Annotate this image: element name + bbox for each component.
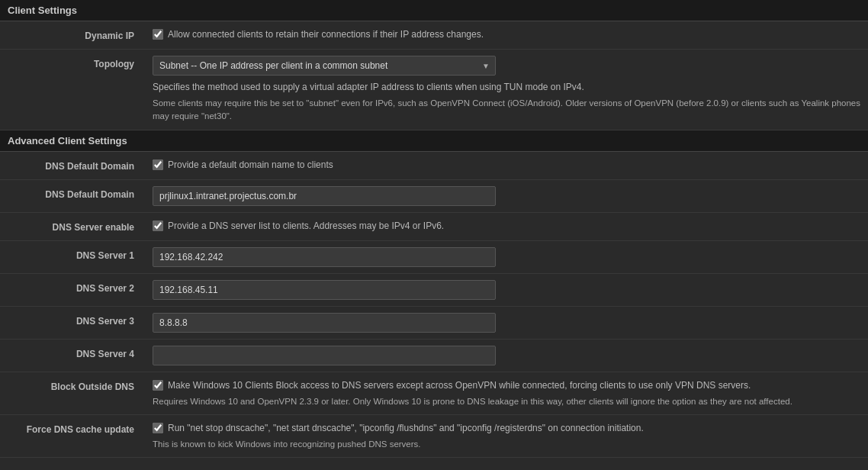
topology-description: Specifies the method used to supply a vi… bbox=[153, 80, 860, 94]
dns-server-2-row: DNS Server 2 bbox=[0, 273, 868, 306]
dynamic-ip-row: Dynamic IP Allow connected clients to re… bbox=[0, 21, 868, 50]
dns-default-domain-enable-row-inner: Provide a default domain name to clients bbox=[153, 158, 860, 172]
dns-server-enable-label: DNS Server enable bbox=[0, 212, 145, 240]
dns-server-4-label: DNS Server 4 bbox=[0, 339, 145, 372]
dns-default-domain-enable-checkbox[interactable] bbox=[153, 159, 163, 170]
dns-server-2-input[interactable] bbox=[153, 280, 496, 300]
block-outside-dns-row: Block Outside DNS Make Windows 10 Client… bbox=[0, 372, 868, 414]
block-outside-dns-checkbox[interactable] bbox=[153, 380, 163, 391]
dns-server-enable-description: Provide a DNS server list to clients. Ad… bbox=[168, 219, 444, 233]
block-outside-dns-sub-description: Requires Windows 10 and OpenVPN 2.3.9 or… bbox=[153, 395, 860, 408]
dns-default-domain-value-cell bbox=[145, 179, 868, 212]
dns-server-4-row: DNS Server 4 bbox=[0, 339, 868, 372]
dynamic-ip-value-cell: Allow connected clients to retain their … bbox=[145, 21, 868, 50]
dns-server-3-label: DNS Server 3 bbox=[0, 306, 145, 339]
dns-default-domain-enable-cell: Provide a default domain name to clients bbox=[145, 152, 868, 180]
dns-server-1-cell bbox=[145, 240, 868, 273]
advanced-settings-title: Advanced Client Settings bbox=[8, 135, 127, 146]
dns-server-4-cell bbox=[145, 339, 868, 372]
advanced-settings-header: Advanced Client Settings bbox=[0, 130, 868, 152]
force-dns-cache-update-row-inner: Run "net stop dnscache", "net start dnsc… bbox=[153, 421, 860, 435]
advanced-client-settings-section: Advanced Client Settings DNS Default Dom… bbox=[0, 130, 868, 459]
dns-default-domain-enable-label: DNS Default Domain bbox=[0, 152, 145, 180]
dns-server-enable-row-inner: Provide a DNS server list to clients. Ad… bbox=[153, 219, 860, 233]
dns-server-3-cell bbox=[145, 306, 868, 339]
dynamic-ip-label: Dynamic IP bbox=[0, 21, 145, 50]
topology-label: Topology bbox=[0, 50, 145, 130]
dns-server-enable-checkbox[interactable] bbox=[153, 221, 163, 231]
dns-default-domain-enable-row: DNS Default Domain Provide a default dom… bbox=[0, 152, 868, 180]
force-dns-cache-update-row: Force DNS cache update Run "net stop dns… bbox=[0, 414, 868, 457]
topology-select-wrapper: Subnet -- One IP address per client in a… bbox=[153, 56, 496, 76]
topology-sub-description: Some clients may require this be set to … bbox=[153, 97, 860, 124]
dns-default-domain-enable-description: Provide a default domain name to clients bbox=[168, 158, 333, 172]
client-settings-header: Client Settings bbox=[0, 0, 868, 21]
dns-server-3-row: DNS Server 3 bbox=[0, 306, 868, 339]
dns-server-enable-cell: Provide a DNS server list to clients. Ad… bbox=[145, 212, 868, 240]
block-outside-dns-row-inner: Make Windows 10 Clients Block access to … bbox=[153, 378, 860, 392]
client-settings-title: Client Settings bbox=[8, 5, 77, 16]
advanced-settings-table: DNS Default Domain Provide a default dom… bbox=[0, 152, 868, 459]
dns-default-domain-value-row: DNS Default Domain bbox=[0, 179, 868, 212]
force-dns-cache-update-description: Run "net stop dnscache", "net start dnsc… bbox=[168, 421, 644, 435]
dns-server-1-label: DNS Server 1 bbox=[0, 240, 145, 273]
dynamic-ip-checkbox-row: Allow connected clients to retain their … bbox=[153, 27, 860, 41]
dynamic-ip-checkbox[interactable] bbox=[153, 29, 163, 40]
dns-server-4-input[interactable] bbox=[153, 346, 496, 365]
force-dns-cache-update-checkbox[interactable] bbox=[153, 423, 163, 433]
dns-server-2-label: DNS Server 2 bbox=[0, 273, 145, 306]
dynamic-ip-description: Allow connected clients to retain their … bbox=[168, 27, 484, 41]
topology-select[interactable]: Subnet -- One IP address per client in a… bbox=[153, 56, 496, 76]
topology-value-cell: Subnet -- One IP address per client in a… bbox=[145, 50, 868, 130]
dns-server-3-input[interactable] bbox=[153, 313, 496, 333]
dns-server-2-cell bbox=[145, 273, 868, 306]
dns-server-1-row: DNS Server 1 bbox=[0, 240, 868, 273]
force-dns-cache-update-cell: Run "net stop dnscache", "net start dnsc… bbox=[145, 414, 868, 457]
client-settings-table: Dynamic IP Allow connected clients to re… bbox=[0, 21, 868, 130]
block-outside-dns-description: Make Windows 10 Clients Block access to … bbox=[168, 378, 751, 392]
dns-default-domain-input[interactable] bbox=[153, 186, 496, 206]
client-settings-section: Client Settings Dynamic IP Allow connect… bbox=[0, 0, 868, 130]
force-dns-cache-update-sub-description: This is known to kick Windows into recog… bbox=[153, 438, 860, 451]
block-outside-dns-label: Block Outside DNS bbox=[0, 372, 145, 414]
dns-server-1-input[interactable] bbox=[153, 247, 496, 267]
block-outside-dns-cell: Make Windows 10 Clients Block access to … bbox=[145, 372, 868, 414]
dns-server-enable-row: DNS Server enable Provide a DNS server l… bbox=[0, 212, 868, 240]
dns-default-domain-value-label: DNS Default Domain bbox=[0, 179, 145, 212]
force-dns-cache-update-label: Force DNS cache update bbox=[0, 414, 145, 457]
topology-row: Topology Subnet -- One IP address per cl… bbox=[0, 50, 868, 130]
